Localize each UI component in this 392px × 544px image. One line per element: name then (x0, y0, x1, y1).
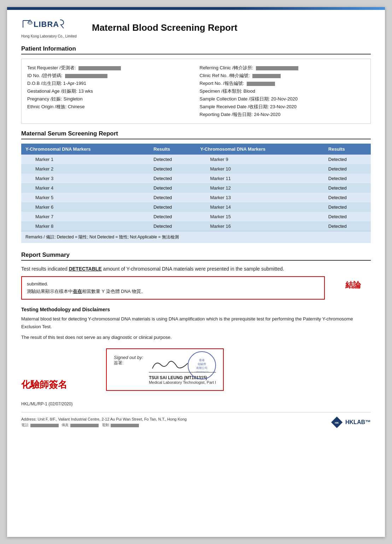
report-page: LIBRA Hong Kong Laboratory Co., Limited … (7, 7, 385, 537)
methodology-text2: The result of this test does not serve a… (21, 334, 371, 341)
libra-logo-svg: LIBRA (21, 17, 67, 31)
maternal-serum-section: Maternal Serum Screening Report Y-Chromo… (21, 130, 371, 243)
hklab-text: HKLAB™ (345, 419, 371, 426)
sample-received-date: Sample Received Date /收樣日期: 23-Nov-2020 (200, 103, 365, 111)
col2-header: Results (149, 144, 196, 155)
signed-out-by: Signed out by: (114, 355, 143, 360)
left-marker-result: Detected (149, 183, 196, 193)
detectable-highlight: DETECTABLE (69, 266, 102, 272)
specimen: Specimen /樣本類別: Blood (200, 87, 365, 95)
signed-chinese: 簽署: (114, 360, 143, 366)
table-row: Marker 4 Detected Marker 12 Detected (21, 183, 371, 193)
right-marker-result: Detected (324, 174, 371, 183)
report-summary-section: Report Summary Test results indicated DE… (21, 251, 371, 300)
methodology-section: Testing Methodology and Disclaimers Mate… (21, 307, 371, 341)
right-marker-name: Marker 15 (196, 212, 324, 221)
pregnancy: Pregnancy /妊娠: Singleton (27, 95, 193, 103)
right-marker-result: Detected (324, 183, 371, 193)
signature-svg (149, 356, 191, 372)
footer-left: Address: Unit F, 8/F., Valiant Industria… (21, 417, 187, 428)
email-redacted (111, 424, 139, 427)
fax-redacted (70, 424, 99, 427)
sample-collection-date: Sample Collection Date /採樣日期: 20-Nov-202… (200, 95, 365, 103)
doc-ref: HKL/ML/RP-1 (02/07/2020) (21, 401, 371, 406)
table-row: Marker 5 Detected Marker 13 Detected (21, 193, 371, 202)
footer-address: Address: Unit F, 8/F., Valiant Industria… (21, 417, 187, 421)
right-marker-name: Marker 12 (196, 183, 324, 193)
clinic-ref-redacted (252, 74, 281, 78)
right-marker-name: Marker 10 (196, 164, 324, 174)
table-row: Marker 8 Detected Marker 16 Detected (21, 221, 371, 231)
patient-left-col: Test Requester /受測者: ID No. /證件號碼: D.O.B… (27, 64, 193, 118)
id-no: ID No. /證件號碼: (27, 72, 193, 80)
patient-grid: Test Requester /受測者: ID No. /證件號碼: D.O.B… (27, 64, 365, 118)
left-marker-result: Detected (149, 193, 196, 202)
right-marker-name: Marker 11 (196, 174, 324, 183)
patient-info-box: Test Requester /受測者: ID No. /證件號碼: D.O.B… (21, 59, 371, 124)
col1-header: Y-Chromosomal DNA Markers (21, 144, 149, 155)
dob: D.O.B /出生日期: 1-Apr-1991 (27, 80, 193, 87)
svg-text:LIBRA: LIBRA (34, 20, 59, 29)
left-marker-name: Marker 4 (21, 183, 149, 193)
left-marker-name: Marker 6 (21, 202, 149, 212)
patient-right-col: Referring Clinic /轉介診所: Clinic Ref No. /… (200, 64, 365, 118)
left-marker-result: Detected (149, 202, 196, 212)
left-marker-name: Marker 2 (21, 164, 149, 174)
hklab-diamond-icon: HK (330, 416, 343, 429)
report-no: Report No. /報告編號: (200, 80, 365, 87)
table-row: Marker 2 Detected Marker 10 Detected (21, 164, 371, 174)
svg-point-4 (28, 22, 32, 24)
sign-box: 香港 化驗所 有限公司 Laboratory Co. Signed out by… (106, 348, 224, 391)
footer-contact: 電話: 傳真: 電郵: (21, 423, 187, 428)
report-header: LIBRA Hong Kong Laboratory Co., Limited … (21, 17, 371, 38)
conclusion-area: submitted. 測驗結果顯示在樣本中在在相當數量 Y 染色體 DNA 物質… (21, 276, 371, 300)
serum-section-title: Maternal Serum Screening Report (21, 130, 371, 139)
col4-header: Results (324, 144, 371, 155)
report-summary-title: Report Summary (21, 251, 371, 261)
right-marker-result: Detected (324, 164, 371, 174)
right-marker-name: Marker 14 (196, 202, 324, 212)
col3-header: Y-Chromosomal DNA Markers (196, 144, 324, 155)
table-row: Marker 7 Detected Marker 15 Detected (21, 212, 371, 221)
sign-labels: Signed out by: 簽署: (114, 355, 143, 366)
signer-title: Medical Laboratory Technologist, Part I (149, 380, 216, 384)
left-marker-name: Marker 5 (21, 193, 149, 202)
phone-redacted (30, 424, 59, 427)
screening-table: Y-Chromosomal DNA Markers Results Y-Chro… (21, 144, 371, 231)
left-marker-name: Marker 8 (21, 221, 149, 231)
signature-line (149, 355, 216, 372)
left-marker-result: Detected (149, 212, 196, 221)
hklab-logo: HK HKLAB™ (330, 416, 371, 429)
footer-bar: Address: Unit F, 8/F., Valiant Industria… (21, 412, 371, 429)
report-no-redacted (247, 82, 275, 86)
right-marker-name: Marker 9 (196, 155, 324, 164)
referring-clinic: Referring Clinic /轉介診所: (200, 64, 365, 72)
right-marker-result: Detected (324, 155, 371, 164)
left-marker-result: Detected (149, 174, 196, 183)
requester-redacted (78, 66, 121, 70)
conclusion-box: submitted. 測驗結果顯示在樣本中在在相當數量 Y 染色體 DNA 物質… (21, 276, 325, 300)
svg-text:HK: HK (335, 421, 339, 424)
right-marker-result: Detected (324, 212, 371, 221)
patient-info-title: Patient Information (21, 45, 371, 54)
gestational-age: Gestational Age /妊娠期: 13 wks (27, 87, 193, 95)
right-marker-name: Marker 13 (196, 193, 324, 202)
ethnic-origin: Ethnic Origin /種族: Chinese (27, 103, 193, 111)
summary-text: Test results indicated DETECTABLE amount… (21, 265, 371, 273)
remarks-row: Remarks / 備註: Detected = 陽性; Not Detecte… (21, 231, 371, 243)
right-marker-result: Detected (324, 221, 371, 231)
reporting-date: Reporting Date /報告日期: 24-Nov-2020 (200, 111, 365, 118)
chemist-label: 化驗師簽名 (21, 378, 92, 391)
right-marker-result: Detected (324, 202, 371, 212)
right-marker-result: Detected (324, 193, 371, 202)
sign-area: 化驗師簽名 香港 化驗所 有限公司 Laboratory Co. Signed … (21, 348, 371, 391)
top-bar (7, 7, 385, 10)
table-row: Marker 6 Detected Marker 14 Detected (21, 202, 371, 212)
logo-area: LIBRA Hong Kong Laboratory Co., Limited (21, 17, 85, 38)
left-marker-result: Detected (149, 155, 196, 164)
test-requester: Test Requester /受測者: (27, 64, 193, 72)
report-title: Maternal Blood Screening Report (92, 22, 238, 33)
logo-sub: Hong Kong Laboratory Co., Limited (21, 34, 85, 38)
conclusion-zh-text: 測驗結果顯示在樣本中在在相當數量 Y 染色體 DNA 物質。 (27, 289, 146, 294)
id-redacted (65, 74, 107, 78)
